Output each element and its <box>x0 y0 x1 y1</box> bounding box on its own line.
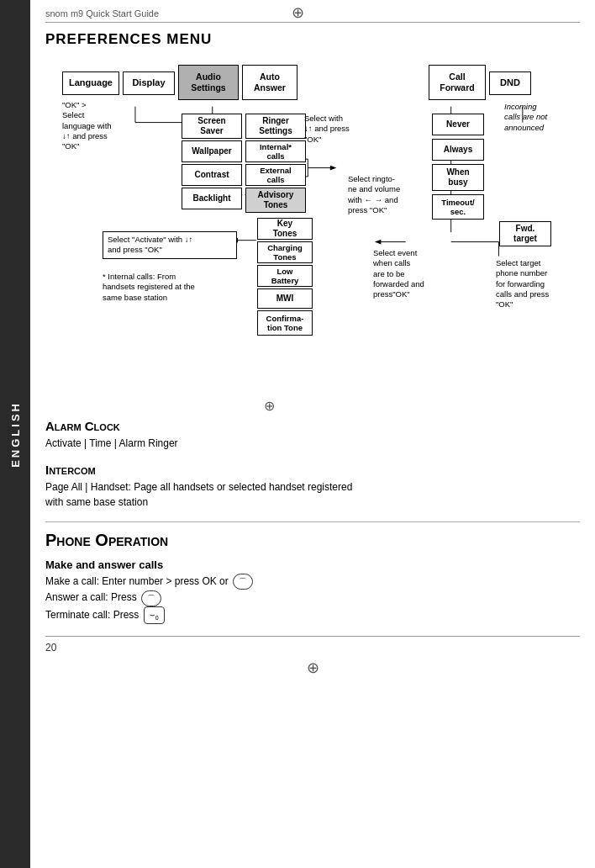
end-button-icon: ⌣0 <box>144 606 165 625</box>
audio-settings-tab[interactable]: AudioSettings <box>178 65 239 100</box>
key-tones-item[interactable]: KeyTones <box>257 218 313 240</box>
alarm-clock-title: Alarm Clock <box>45 419 580 433</box>
preferences-section: Preferences Menu <box>45 31 580 384</box>
incoming-dnd-note: Incomingcalls are notannounced <box>504 102 588 133</box>
display-tab[interactable]: Display <box>123 71 175 95</box>
activate-note: Select "Activate" with ↓↑and press "OK" <box>103 231 237 259</box>
contrast-item[interactable]: Contrast <box>182 164 242 186</box>
answer-button-icon: ⌒ <box>141 590 161 606</box>
svg-marker-9 <box>330 166 337 171</box>
page-header: snom m9 Quick Start Guide <box>45 8 580 23</box>
ringer-settings-item[interactable]: RingerSettings <box>245 114 306 139</box>
language-tab[interactable]: Language <box>62 71 119 95</box>
svg-marker-22 <box>375 240 382 245</box>
select-target-note: Select targetphone numberfor forwardingc… <box>496 258 580 310</box>
compass-bottom-icon: ⊕ <box>264 398 580 414</box>
backlight-item[interactable]: Backlight <box>182 188 242 209</box>
select-ringtone-note: Select ringto-ne and volumewith ← → andp… <box>348 174 428 215</box>
phone-operation-title: Phone Operation <box>45 531 580 550</box>
call-forward-tab[interactable]: CallForward <box>429 65 486 100</box>
preferences-title: Preferences Menu <box>45 31 580 48</box>
make-calls-body: Make a call: Enter number > press OK or … <box>45 574 580 624</box>
compass-icon: ⊕ <box>292 3 304 22</box>
fwd-target-item[interactable]: Fwd.target <box>499 221 551 246</box>
compass-footer-icon: ⊕ <box>45 659 580 677</box>
guide-title: snom m9 Quick Start Guide <box>45 8 159 19</box>
make-call-line: Make a call: Enter number > press OK or … <box>45 574 580 590</box>
never-item[interactable]: Never <box>432 114 484 135</box>
page-number: 20 <box>45 642 56 654</box>
intercom-title: Intercom <box>45 463 580 477</box>
page-footer: 20 <box>45 636 580 654</box>
confirmation-tone-item[interactable]: Confirma-tion Tone <box>257 310 313 336</box>
call-button-icon: ⌒ <box>233 574 253 590</box>
external-calls-item[interactable]: Externalcalls <box>245 164 306 186</box>
language-note: "OK" >Selectlanguage with↓↑ and press"OK… <box>62 100 129 152</box>
intercom-body: Page All | Handset: Page all handsets or… <box>45 479 580 510</box>
alarm-clock-body: Activate | Time | Alarm Ringer <box>45 436 580 451</box>
answer-call-line: Answer a call: Press ⌒ <box>45 590 580 606</box>
terminate-call-line: Terminate call: Press ⌣0 <box>45 606 580 625</box>
charging-tones-item[interactable]: ChargingTones <box>257 241 313 263</box>
advisory-tones-item[interactable]: AdvisoryTones <box>245 188 306 213</box>
screen-saver-item[interactable]: ScreenSaver <box>182 114 242 139</box>
alarm-clock-section: Alarm Clock Activate | Time | Alarm Ring… <box>45 419 580 451</box>
make-calls-title: Make and answer calls <box>45 558 580 571</box>
phone-operation-section: Phone Operation Make and answer calls Ma… <box>45 531 580 624</box>
when-busy-item[interactable]: Whenbusy <box>432 164 484 191</box>
intercom-section: Intercom Page All | Handset: Page all ha… <box>45 463 580 510</box>
select-event-note: Select eventwhen callsare to beforwarded… <box>373 248 449 300</box>
internal-calls-item[interactable]: Internal*calls <box>245 140 306 162</box>
timeout-item[interactable]: Timeout/sec. <box>432 194 484 220</box>
select-with-note: Select with↓↑ and press"OK" <box>304 114 380 145</box>
always-item[interactable]: Always <box>432 139 484 161</box>
preferences-diagram: Language Display AudioSettings AutoAnswe… <box>45 56 580 384</box>
internal-note: * Internal calls: Fromhandsets registere… <box>103 272 271 303</box>
sidebar-language-label: ENGLISH <box>9 401 22 468</box>
sidebar: ENGLISH <box>0 0 30 868</box>
dnd-tab[interactable]: DND <box>489 71 531 95</box>
wallpaper-item[interactable]: Wallpaper <box>182 140 242 162</box>
auto-answer-tab[interactable]: AutoAnswer <box>242 65 298 100</box>
